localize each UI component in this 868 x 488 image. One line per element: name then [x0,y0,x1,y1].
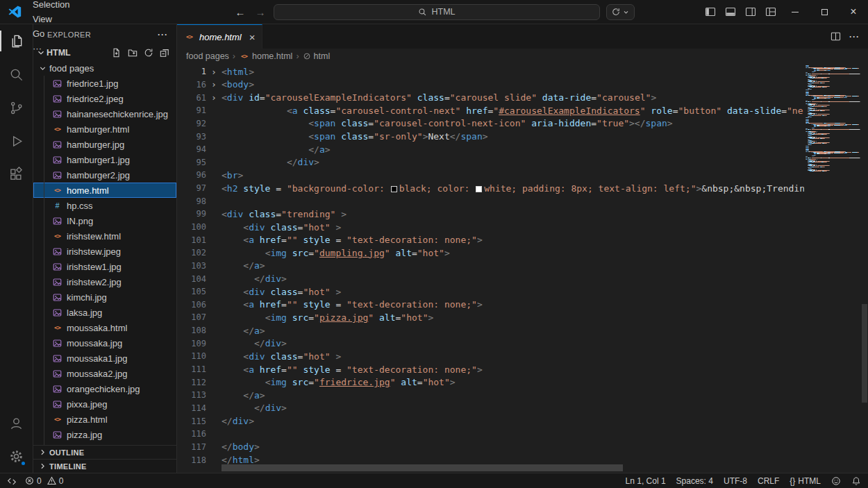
code-line[interactable]: 110 <div class="hot" > [177,350,804,363]
file-pixxa.jpeg[interactable]: pixxa.jpeg [33,396,176,412]
code-line[interactable]: 107 <img src="pizza.jpg" alt="hot"> [177,311,804,324]
file-irishstew.jpeg[interactable]: irishstew.jpeg [33,244,176,259]
file-orangechicken.jpg[interactable]: orangechicken.jpg [33,381,176,396]
file-friedrice1.jpg[interactable]: friedrice1.jpg [33,76,176,91]
code-line[interactable]: 92 <span class="carousel-control-next-ic… [177,117,804,131]
code-line[interactable]: 101 <a href="" style = "text-decoration:… [177,233,804,246]
code-line[interactable]: 94 </a> [177,143,804,156]
code-line[interactable]: 91 <a class="carousel-control-next" href… [177,104,804,117]
file-link[interactable]: dumpling.jpg [319,248,385,258]
file-irishstew2.jpg[interactable]: irishstew2.jpg [33,274,176,289]
breadcrumb-item-html[interactable]: html [303,51,331,61]
fold-chevron-icon[interactable]: › [206,93,222,102]
language-status[interactable]: {} HTML [790,476,821,486]
menu-go[interactable]: Go [27,26,75,41]
minimize-button[interactable] [781,0,810,24]
file-hamburger1.jpg[interactable]: hamburger1.jpg [33,152,176,167]
code-line[interactable]: 103 </a> [177,260,804,273]
collapse-folders-button[interactable] [160,48,169,58]
code-line[interactable]: 98 [177,194,804,208]
file-link[interactable]: pizza.jpg [319,312,368,323]
code-line[interactable]: 93 <span class="sr-only">Next</span> [177,130,804,143]
file-hainanesechickenrice.jpg[interactable]: hainanesechickenrice.jpg [33,106,176,121]
code-line[interactable]: 102 <img src="dumpling.jpg" alt="hot"> [177,246,804,260]
refresh-dropdown-button[interactable] [606,4,635,20]
settings-gear-icon[interactable] [0,439,33,473]
code-line[interactable]: 61›<div id="carouselExampleIndicators" c… [177,91,804,104]
color-swatch[interactable] [391,186,397,192]
new-file-button[interactable] [112,48,122,58]
code-line[interactable]: 16›<body> [177,78,804,92]
file-laksa.jpg[interactable]: laksa.jpg [33,305,176,320]
code-line[interactable]: 115</div> [177,414,804,428]
file-friedrice2.jpeg[interactable]: friedrice2.jpeg [33,91,176,106]
breadcrumb-item-food-pages[interactable]: food pages [186,51,229,61]
file-kimchi.jpg[interactable]: kimchi.jpg [33,289,176,305]
close-tab-icon[interactable]: × [249,32,256,42]
tab-home-html[interactable]: <> home.html × [177,24,262,49]
code-line[interactable]: 111 <a href="" style = "text-decoration:… [177,363,804,376]
file-pizza1.jpg[interactable]: pizza1.jpg [33,442,176,445]
code-line[interactable]: 99<div class="trending" > [177,208,804,221]
file-pizza.jpg[interactable]: pizza.jpg [33,427,176,442]
minimap[interactable] [806,65,861,473]
remote-indicator-icon[interactable] [7,476,17,486]
forward-button[interactable]: → [253,6,267,18]
explorer-more-actions-icon[interactable]: ··· [158,30,168,40]
code-line[interactable]: 113 </a> [177,389,804,402]
code-line[interactable]: 117</body> [177,441,804,454]
code-line[interactable]: 106 <a href="" style = "text-decoration:… [177,298,804,312]
code-line[interactable]: 104 </div> [177,272,804,285]
color-swatch[interactable] [476,186,482,192]
file-irishstew1.jpg[interactable]: irishstew1.jpg [33,259,176,274]
file-moussaka2.jpg[interactable]: moussaka2.jpg [33,366,176,381]
folder-food-pages[interactable]: food pages [33,60,176,76]
code-editor[interactable]: 1›<html>16›<body>61›<div id="carouselExa… [177,64,868,473]
file-moussaka1.jpg[interactable]: moussaka1.jpg [33,351,176,366]
code-line[interactable]: 96<br> [177,169,804,182]
code-line[interactable]: 108 </a> [177,324,804,337]
code-line[interactable]: 100 <div class="hot" > [177,221,804,234]
file-hamburger.jpg[interactable]: hamburger.jpg [33,137,176,152]
explorer-icon[interactable] [0,24,33,58]
code-line[interactable]: 95 </div> [177,155,804,169]
refresh-explorer-button[interactable] [144,48,153,58]
close-button[interactable]: × [839,0,868,24]
toggle-sidebar-button[interactable] [700,0,720,24]
code-line[interactable]: 105 <div class="hot" > [177,285,804,298]
vertical-scrollbar[interactable] [862,304,867,403]
command-center-search[interactable]: HTML [274,4,600,20]
customize-layout-button[interactable] [760,0,781,24]
file-home.html[interactable]: <>home.html [33,183,176,198]
horizontal-scrollbar[interactable] [222,464,623,471]
file-link[interactable]: friedrice.jpg [319,377,390,387]
code-line[interactable]: 97<h2 style = "background-color: black; … [177,182,804,195]
file-IN.png[interactable]: IN.png [33,213,176,228]
file-hp.css[interactable]: #hp.css [33,198,176,213]
toggle-secondary-sidebar-button[interactable] [740,0,760,24]
feedback-smiley-icon[interactable] [831,476,841,486]
fold-chevron-icon[interactable]: › [206,80,222,89]
code-line[interactable]: 114 </div> [177,402,804,415]
extensions-icon[interactable] [0,158,33,191]
eol-status[interactable]: CRLF [758,476,779,486]
timeline-section[interactable]: TIMELINE [33,459,176,473]
split-editor-button[interactable] [831,31,841,42]
file-hamburger.html[interactable]: <>hamburger.html [33,121,176,137]
file-pizza.html[interactable]: <>pizza.html [33,412,176,427]
maximize-button[interactable] [810,0,839,24]
notifications-bell-icon[interactable] [851,476,861,486]
toggle-panel-button[interactable] [720,0,740,24]
source-control-icon[interactable] [0,91,33,124]
menu-more[interactable]: ··· [27,41,75,56]
indentation-status[interactable]: Spaces: 4 [676,476,713,486]
accounts-icon[interactable] [0,406,33,439]
back-button[interactable]: ← [233,6,247,18]
breadcrumb-item-home-html[interactable]: <>home.html [239,51,292,61]
run-debug-icon[interactable] [0,124,33,158]
encoding-status[interactable]: UTF-8 [724,476,747,486]
problems-status[interactable]: 0 0 [25,476,63,486]
menu-view[interactable]: View [27,12,75,26]
code-line[interactable]: 109 </div> [177,337,804,350]
search-icon[interactable] [0,58,33,91]
